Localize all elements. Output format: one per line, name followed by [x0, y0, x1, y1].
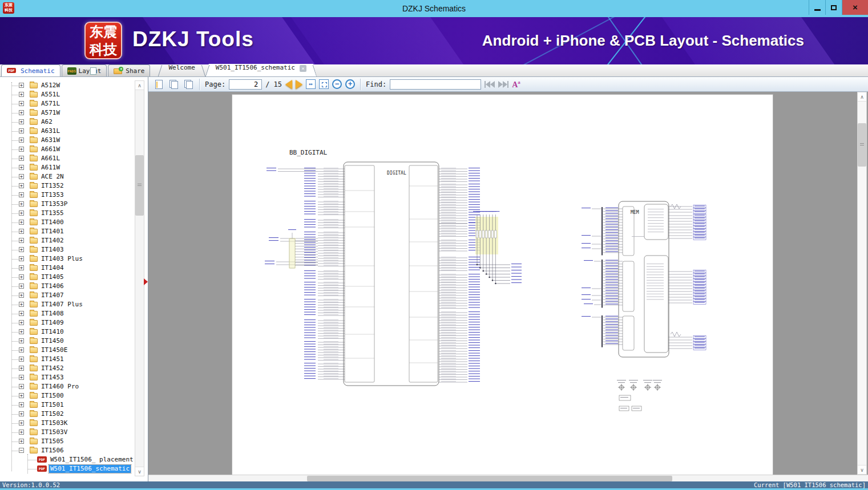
doc-tab-welcome[interactable]: Welcome: [158, 64, 205, 76]
tree-item-label[interactable]: ACE 2N: [40, 173, 65, 181]
tree-folder-item[interactable]: +A62: [0, 118, 135, 127]
tree-item-label[interactable]: IT1453: [40, 374, 65, 382]
maximize-button[interactable]: [825, 0, 842, 15]
tree-folder-item[interactable]: +IT1406: [0, 282, 135, 291]
facing-pages-button[interactable]: [168, 78, 179, 91]
tree-folder-item[interactable]: +IT1453: [0, 373, 135, 382]
fit-page-icon[interactable]: [319, 79, 329, 89]
tab-layout[interactable]: PADS Layout: [62, 64, 107, 76]
tree-folder-item[interactable]: +IT1410: [0, 327, 135, 337]
tree-folder-item[interactable]: +IT1505: [0, 437, 135, 446]
expand-toggle-icon[interactable]: +: [19, 201, 24, 206]
tree-item-label[interactable]: A631W: [40, 136, 61, 144]
tree-item-label[interactable]: IT1410: [40, 328, 65, 336]
tree-folder-item[interactable]: +IT1352: [0, 181, 135, 191]
tree-folder-item[interactable]: +A571L: [0, 99, 135, 108]
tree-item-label[interactable]: IT1406: [40, 282, 65, 290]
expand-toggle-icon[interactable]: +: [19, 384, 24, 389]
tree-folder-item[interactable]: +IT1402: [0, 236, 135, 245]
tree-item-label[interactable]: IT1452: [40, 365, 65, 372]
previous-page-icon[interactable]: [285, 80, 292, 89]
panel-collapse-icon[interactable]: [144, 278, 148, 285]
expand-toggle-icon[interactable]: +: [19, 165, 24, 170]
tree-folder-item[interactable]: +IT1407: [0, 291, 135, 300]
tree-folder-item[interactable]: +IT1502: [0, 410, 135, 419]
tree-item-label[interactable]: A611W: [40, 164, 61, 172]
expand-toggle-icon[interactable]: +: [19, 284, 24, 289]
expand-toggle-icon[interactable]: +: [19, 247, 24, 252]
tree-item-label[interactable]: A631L: [40, 127, 61, 135]
minimize-button[interactable]: [809, 0, 825, 15]
tab-schematic[interactable]: PDF Schematic: [1, 64, 60, 76]
tree-item-label[interactable]: A62: [40, 118, 54, 126]
expand-toggle-icon[interactable]: +: [19, 338, 24, 343]
tree-folder-item[interactable]: +IT1503V: [0, 428, 135, 437]
tree-item-label[interactable]: IT1403 Plus: [40, 255, 84, 263]
close-tab-icon[interactable]: ×: [300, 65, 306, 72]
expand-toggle-icon[interactable]: +: [19, 420, 24, 426]
tree-folder-item[interactable]: +IT1501: [0, 400, 135, 410]
tree-item-label[interactable]: IT1460 Pro: [40, 383, 80, 391]
tree-item-label[interactable]: A571W: [40, 109, 61, 117]
tree-item-label[interactable]: IT1409: [40, 319, 65, 327]
expand-toggle-icon[interactable]: +: [19, 430, 24, 435]
expand-toggle-icon[interactable]: +: [19, 293, 24, 298]
tree-item-label[interactable]: IT1407 Plus: [40, 301, 84, 309]
expand-toggle-icon[interactable]: +: [19, 402, 24, 407]
tree-folder-item[interactable]: +IT1407 Plus: [0, 300, 135, 309]
tree-folder-item[interactable]: +IT1451: [0, 355, 135, 364]
tree-folder-item[interactable]: +A571W: [0, 108, 135, 118]
sidebar-scrollbar[interactable]: ∧ ∨: [135, 80, 144, 476]
tree-folder-item[interactable]: +IT1450E: [0, 346, 135, 355]
tree-folder-item[interactable]: +IT1408: [0, 309, 135, 318]
expand-toggle-icon[interactable]: +: [19, 137, 24, 143]
tree-folder-item[interactable]: +IT1353P: [0, 200, 135, 209]
expand-toggle-icon[interactable]: +: [19, 329, 24, 334]
tree-folder-item[interactable]: +A631W: [0, 136, 135, 145]
tree-folder-item[interactable]: +IT1400: [0, 218, 135, 227]
tree-item-label[interactable]: IT1405: [40, 273, 65, 281]
expand-toggle-icon[interactable]: +: [19, 92, 24, 97]
tree-folder-item[interactable]: +IT1503K: [0, 419, 135, 428]
tree-item-label[interactable]: IT1503K: [40, 419, 68, 427]
expand-toggle-icon[interactable]: +: [19, 229, 24, 234]
tree-item-label[interactable]: IT1408: [40, 310, 65, 318]
tree-item-label[interactable]: IT1451: [40, 355, 65, 363]
expand-toggle-icon[interactable]: +: [19, 183, 24, 188]
tree-file-item[interactable]: PDFW501_IT1506_ placement: [0, 455, 135, 464]
viewer-scrollbar[interactable]: ∧ ∨: [857, 92, 867, 475]
tree-item-label[interactable]: W501_IT1506_ placement: [49, 456, 135, 464]
tree-folder-item[interactable]: +A611W: [0, 163, 135, 172]
expand-toggle-icon[interactable]: +: [19, 174, 24, 179]
expand-toggle-icon[interactable]: +: [19, 256, 24, 261]
expand-toggle-icon[interactable]: +: [19, 357, 24, 362]
expand-toggle-icon[interactable]: +: [19, 220, 24, 225]
tree-folder-item[interactable]: +IT1460 Pro: [0, 382, 135, 391]
tree-folder-item[interactable]: +IT1404: [0, 264, 135, 273]
tree-folder-item[interactable]: +A551L: [0, 90, 135, 99]
tree-folder-item[interactable]: +IT1353: [0, 191, 135, 200]
tree-item-label[interactable]: IT1505: [40, 438, 65, 446]
tree-item-label[interactable]: IT1450E: [40, 346, 68, 354]
next-page-icon[interactable]: [296, 80, 302, 89]
expand-toggle-icon[interactable]: +: [19, 302, 24, 307]
expand-toggle-icon[interactable]: +: [19, 311, 24, 316]
tree-item-label[interactable]: W501_IT1506_schematic: [49, 465, 131, 473]
tree-item-label[interactable]: IT1500: [40, 392, 65, 400]
expand-toggle-icon[interactable]: +: [19, 210, 24, 216]
scroll-down-icon[interactable]: ∨: [858, 465, 866, 474]
expand-toggle-icon[interactable]: −: [19, 448, 24, 453]
expand-toggle-icon[interactable]: +: [19, 192, 24, 197]
tree-item-label[interactable]: IT1402: [40, 237, 65, 245]
tree-item-label[interactable]: A661L: [40, 155, 61, 163]
tree-item-label[interactable]: IT1503V: [40, 428, 68, 436]
expand-toggle-icon[interactable]: +: [19, 347, 24, 353]
expand-toggle-icon[interactable]: +: [19, 411, 24, 416]
tree-folder-item[interactable]: +IT1405: [0, 273, 135, 282]
tree-folder-item[interactable]: +A631L: [0, 127, 135, 136]
expand-toggle-icon[interactable]: +: [19, 110, 24, 115]
tree-folder-item[interactable]: +IT1403 Plus: [0, 254, 135, 264]
tree-folder-item[interactable]: +A661W: [0, 145, 135, 154]
viewer-scroll-thumb[interactable]: [858, 123, 866, 167]
find-next-icon[interactable]: [498, 81, 508, 88]
